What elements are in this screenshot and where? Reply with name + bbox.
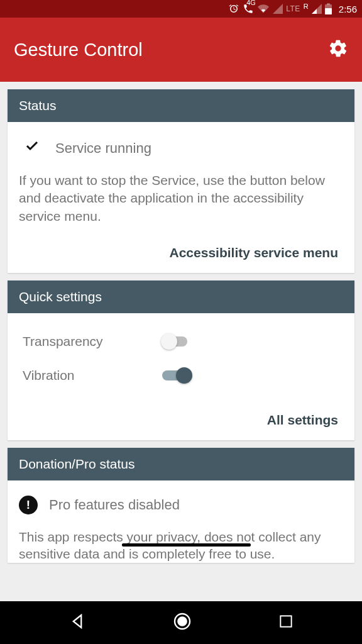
- wifi-icon: [257, 3, 270, 14]
- status-header: Status: [8, 89, 354, 122]
- vibration-switch[interactable]: [162, 367, 191, 384]
- recent-button[interactable]: [278, 613, 294, 632]
- android-nav-bar: [0, 601, 362, 644]
- quick-settings-card: Quick settings Transparency Vibration Al…: [8, 280, 354, 440]
- pro-status-row: ! Pro features disabled: [19, 492, 343, 527]
- redaction-mark: [122, 543, 251, 547]
- quick-settings-header: Quick settings: [8, 280, 354, 313]
- vibration-label: Vibration: [23, 368, 75, 383]
- page-title: Gesture Control: [14, 40, 143, 60]
- vibration-row: Vibration: [19, 358, 195, 392]
- phone-icon: 4G: [243, 3, 254, 14]
- privacy-text: This app respects your privacy, does not…: [8, 528, 354, 563]
- exclamation-icon: !: [19, 496, 38, 514]
- home-icon: [172, 611, 192, 631]
- roaming-label: R: [304, 3, 309, 10]
- service-status-text: Service running: [55, 140, 151, 157]
- back-button[interactable]: [68, 612, 87, 633]
- signal-icon-1: [273, 4, 283, 14]
- status-card: Status Service running If you want to st…: [8, 89, 354, 273]
- home-button[interactable]: [172, 611, 192, 634]
- pro-status-text: Pro features disabled: [49, 497, 180, 513]
- gear-icon: [328, 38, 348, 58]
- svg-rect-2: [325, 8, 332, 14]
- service-status-row: Service running: [19, 133, 343, 172]
- accessibility-menu-button[interactable]: Accessibility service menu: [170, 245, 338, 260]
- battery-icon: [325, 3, 332, 14]
- signal-icon-2: [312, 4, 322, 14]
- transparency-switch[interactable]: [162, 333, 191, 350]
- svg-point-4: [178, 617, 186, 625]
- content-area: Status Service running If you want to st…: [0, 82, 362, 570]
- check-icon: [23, 138, 41, 158]
- settings-button[interactable]: [328, 38, 348, 61]
- svg-rect-5: [280, 616, 291, 626]
- donation-header: Donation/Pro status: [8, 448, 354, 480]
- lte-label: LTE: [286, 4, 300, 13]
- transparency-label: Transparency: [23, 334, 103, 349]
- all-settings-button[interactable]: All settings: [267, 413, 338, 427]
- donation-card: Donation/Pro status ! Pro features disab…: [8, 448, 354, 563]
- svg-rect-1: [327, 3, 330, 5]
- clock: 2:56: [339, 4, 357, 14]
- recent-icon: [278, 613, 294, 630]
- 4g-label: 4G: [246, 0, 256, 6]
- android-status-bar: 4G LTE R 2:56: [0, 0, 362, 18]
- status-description: If you want to stop the Service, use the…: [19, 172, 343, 225]
- back-icon: [68, 612, 87, 631]
- alarm-icon: [228, 3, 239, 14]
- app-bar: Gesture Control: [0, 18, 362, 82]
- transparency-row: Transparency: [19, 325, 195, 358]
